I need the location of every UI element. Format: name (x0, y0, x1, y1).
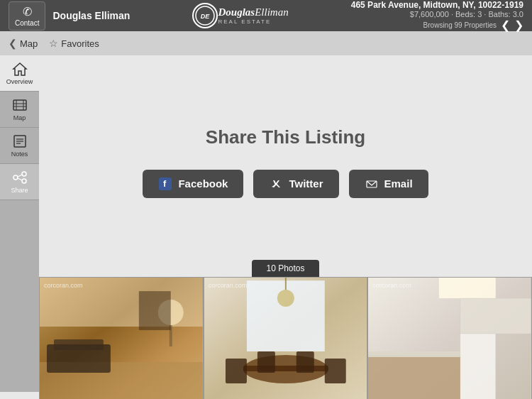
watermark-3: corcoran.com (372, 282, 411, 289)
svg-rect-25 (139, 291, 171, 330)
svg-text:DE: DE (201, 13, 210, 20)
star-icon: ☆ (49, 38, 58, 49)
app-header: ✆ Contact Douglas Elliman DE DouglasElli… (0, 0, 532, 31)
svg-rect-38 (460, 298, 531, 334)
svg-rect-3 (13, 100, 26, 110)
watermark-1: corcoran.com (44, 282, 83, 289)
twitter-share-button[interactable]: Twitter (253, 170, 338, 198)
sidebar: Overview Map Notes (0, 55, 39, 392)
photos-section: 10 Photos corcoran.com (39, 254, 532, 399)
watermark-2: corcoran.com (209, 282, 248, 289)
logo-name: DouglasElliman (218, 6, 288, 18)
photos-tab[interactable]: 10 Photos (252, 260, 318, 277)
photo-1[interactable]: corcoran.com (39, 277, 204, 399)
sidebar-share-label: Share (11, 187, 28, 194)
svg-point-9 (13, 175, 18, 180)
notes-icon (11, 133, 28, 149)
photo-2[interactable]: corcoran.com (204, 277, 368, 399)
header-left: ✆ Contact Douglas Elliman (9, 1, 130, 31)
svg-rect-22 (54, 339, 104, 350)
next-arrow[interactable]: ❯ (514, 18, 523, 32)
svg-rect-31 (324, 359, 345, 383)
share-title: Share This Listing (206, 126, 365, 148)
browsing-info: Browsing 99 Properties ❮ ❯ (351, 18, 523, 32)
map-button[interactable]: ❮ Map (9, 38, 38, 49)
svg-point-10 (22, 179, 26, 183)
svg-rect-41 (368, 351, 460, 357)
photos-tab-wrapper: 10 Photos (39, 260, 532, 277)
favorites-button[interactable]: ☆ Favorites (49, 38, 99, 49)
agent-name: Douglas Elliman (52, 10, 130, 21)
svg-point-8 (22, 172, 26, 176)
svg-rect-29 (243, 366, 328, 371)
property-price: $7,600,000 · Beds: 3 · Baths: 3.0 (351, 10, 523, 18)
contact-button[interactable]: ✆ Contact (9, 1, 45, 31)
svg-rect-33 (296, 351, 314, 373)
svg-text:f: f (163, 178, 167, 189)
svg-point-34 (277, 290, 294, 307)
photos-strip: corcoran.com (39, 277, 532, 399)
main-layout: Overview Map Notes (0, 55, 532, 392)
prev-arrow[interactable]: ❮ (501, 18, 510, 32)
svg-rect-42 (368, 357, 460, 399)
sub-header: ❮ Map ☆ Favorites (0, 31, 532, 55)
map-icon (11, 97, 28, 113)
share-panel: Share This Listing f Facebook (39, 55, 532, 254)
sidebar-item-map[interactable]: Map (0, 92, 39, 128)
twitter-icon (269, 177, 283, 191)
sidebar-item-overview[interactable]: Overview (0, 55, 39, 92)
svg-rect-39 (460, 334, 496, 399)
svg-line-12 (18, 178, 22, 180)
back-arrow-icon: ❮ (9, 38, 17, 49)
facebook-share-button[interactable]: f Facebook (143, 170, 243, 198)
logo: DE DouglasElliman REAL ESTATE (192, 3, 288, 28)
svg-marker-2 (13, 63, 26, 75)
sidebar-notes-label: Notes (11, 151, 28, 158)
sidebar-overview-label: Overview (6, 78, 33, 85)
sidebar-item-share[interactable]: Share (0, 164, 39, 200)
svg-rect-37 (439, 278, 496, 298)
svg-rect-30 (226, 359, 247, 383)
property-address: 465 Park Avenue, Midtown, NY, 10022-1919 (351, 0, 523, 10)
svg-line-11 (18, 175, 22, 177)
svg-rect-32 (257, 351, 275, 373)
home-icon (11, 61, 28, 77)
sidebar-item-notes[interactable]: Notes (0, 128, 39, 164)
svg-rect-16 (365, 177, 378, 190)
content-area: Share This Listing f Facebook (39, 55, 532, 392)
sidebar-map-label: Map (13, 114, 26, 121)
share-icon (11, 170, 28, 185)
share-buttons: f Facebook Twitter (143, 170, 428, 198)
logo-subtitle: REAL ESTATE (218, 18, 271, 25)
facebook-icon: f (158, 177, 172, 191)
photo-3[interactable]: corcoran.com (367, 277, 532, 399)
logo-circle: DE (192, 3, 218, 28)
email-share-button[interactable]: Email (349, 170, 428, 198)
header-right: 465 Park Avenue, Midtown, NY, 10022-1919… (351, 0, 523, 32)
email-icon (365, 177, 379, 191)
logo-brand: DouglasElliman REAL ESTATE (218, 6, 288, 25)
